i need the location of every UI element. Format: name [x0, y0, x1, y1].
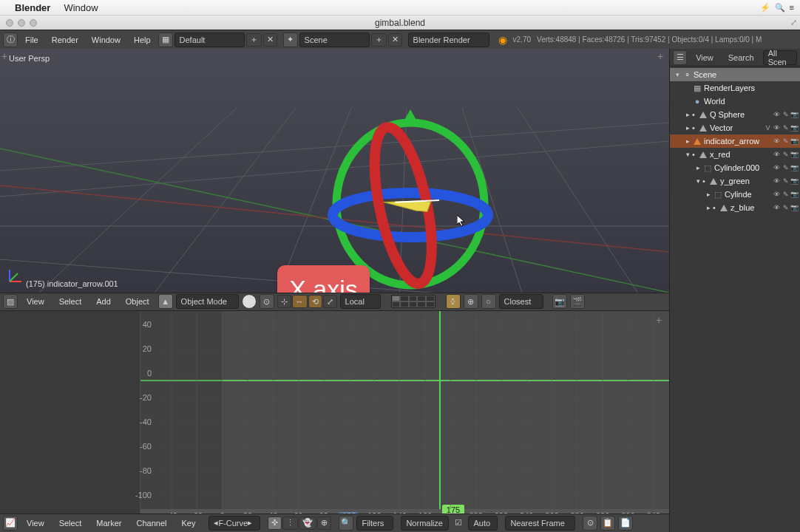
scale-manip-button[interactable]: ⤢ — [323, 295, 337, 308]
outliner-display-dropdown[interactable]: All Scen — [763, 50, 797, 65]
snap-target-dropdown[interactable]: Closest — [499, 294, 543, 309]
graph-marker-menu[interactable]: Marker — [90, 519, 127, 528]
outliner-tree[interactable]: ▾⚬Scene▦RenderLayers●World▸•Q Sphere👁✎📷▸… — [670, 66, 800, 532]
view-menu[interactable]: View — [21, 297, 50, 306]
render-menu[interactable]: Render — [46, 35, 84, 44]
graph-editor[interactable]: + + 40200-20-40-60-80-100 — [0, 311, 669, 514]
mode-icon[interactable]: ▲ — [158, 294, 173, 309]
scene-stats: Verts:48848 | Faces:48726 | Tris:97452 |… — [537, 35, 762, 44]
window-titlebar: gimbal.blend ⤢ — [0, 15, 800, 30]
paste-icon[interactable]: 📄 — [618, 516, 633, 531]
graph-key-menu[interactable]: Key — [175, 519, 201, 528]
outliner-row[interactable]: ▸⬚Cylinde👁✎📷 — [670, 188, 800, 201]
editor-type-outliner-icon[interactable]: ☰ — [673, 50, 687, 65]
window-menu[interactable]: Window — [86, 35, 126, 44]
graph-select-menu[interactable]: Select — [53, 519, 88, 528]
outliner-row[interactable]: ▾•x_red👁✎📷 — [670, 148, 800, 161]
auto-merge-icon[interactable]: ⊕ — [317, 516, 331, 530]
snap-toggle-icon[interactable]: ⧲ — [446, 294, 461, 309]
svg-text:40: 40 — [268, 511, 277, 514]
svg-text:200: 200 — [469, 511, 482, 514]
scene-add-button[interactable]: ＋ — [371, 33, 387, 47]
svg-text:340: 340 — [647, 511, 660, 514]
outliner-view-menu[interactable]: View — [690, 52, 719, 64]
info-header: ⓘ File Render Window Help ▦ Default ＋ ✕ … — [0, 30, 800, 49]
scene-del-button[interactable]: ✕ — [388, 33, 402, 47]
mode-dropdown[interactable]: Object Mode — [176, 294, 239, 309]
min-dot[interactable] — [18, 19, 25, 27]
svg-rect-41 — [140, 311, 222, 514]
add-menu[interactable]: Add — [90, 297, 117, 306]
mac-menubar: Blender Window ⚡ 🔍 ≡ — [0, 0, 800, 15]
auto-toggle[interactable]: Auto — [468, 516, 498, 531]
render-preview-icon[interactable]: 📷 — [552, 294, 567, 309]
outliner-row[interactable]: ▸•VectorV👁✎📷 — [670, 121, 800, 134]
outliner-row[interactable]: ▸⬚Cylinder.000👁✎📷 — [670, 161, 800, 174]
outliner-search-menu[interactable]: Search — [722, 52, 760, 64]
manipulator-toggle[interactable]: ⊹ — [277, 295, 291, 308]
cursor-tool-icon[interactable]: ✜ — [268, 516, 282, 530]
normalize-toggle[interactable]: Normalize — [401, 516, 449, 531]
svg-rect-21 — [0, 311, 140, 514]
outliner-row[interactable]: ▸indicator_arrow👁✎📷 — [670, 134, 800, 148]
svg-text:140: 140 — [393, 511, 407, 514]
outliner-row[interactable]: ▸•Q Sphere👁✎📷 — [670, 108, 800, 121]
layout-browse-icon[interactable]: ▦ — [158, 33, 173, 47]
mac-status-icon[interactable]: ⚡ — [760, 3, 770, 13]
manipulator-group: ⊹ ↔ ⟲ ⤢ — [277, 295, 337, 308]
render-anim-icon[interactable]: 🎬 — [570, 294, 585, 309]
layout-del-button[interactable]: ✕ — [263, 33, 277, 47]
scene-dropdown[interactable]: Scene — [299, 33, 370, 47]
max-dot[interactable] — [30, 19, 37, 27]
close-dot[interactable] — [6, 19, 13, 27]
svg-text:220: 220 — [495, 511, 508, 514]
help-menu[interactable]: Help — [128, 35, 157, 44]
graph-channel-menu[interactable]: Channel — [130, 519, 172, 528]
outliner-row[interactable]: ▦RenderLayers — [670, 81, 800, 95]
editor-type-3d-icon[interactable]: ▨ — [3, 294, 18, 309]
object-menu[interactable]: Object — [120, 297, 155, 306]
mac-menu-blender[interactable]: Blender — [15, 2, 50, 13]
mac-menu-window[interactable]: Window — [64, 2, 98, 13]
layout-add-button[interactable]: ＋ — [246, 33, 262, 47]
editor-type-icon[interactable]: ⓘ — [3, 33, 18, 47]
window-corner-icon[interactable]: ⤢ — [790, 18, 797, 27]
filter-icon[interactable]: 🔍 — [339, 516, 353, 531]
ghost-icon[interactable]: 👻 — [299, 516, 316, 530]
pivot-icon[interactable]: ⊙ — [260, 294, 274, 309]
mac-search-icon[interactable]: 🔍 — [775, 3, 785, 13]
snap-element-icon[interactable]: ⊕ — [464, 294, 478, 309]
proportional-icon[interactable]: ○ — [481, 294, 496, 309]
outliner-panel: ☰ View Search All Scen ▾⚬Scene▦RenderLay… — [669, 49, 800, 532]
outliner-row[interactable]: ▾⚬Scene — [670, 68, 800, 81]
outliner-row[interactable]: ▾•y_green👁✎📷 — [670, 174, 800, 188]
snap-frame-dropdown[interactable]: Nearest Frame — [505, 516, 575, 531]
graph-mode-dropdown[interactable]: ◂ F-Curve ▸ — [209, 516, 260, 531]
layers-grid[interactable] — [391, 295, 435, 308]
shading-icon[interactable] — [242, 294, 257, 309]
select-menu[interactable]: Select — [53, 297, 88, 306]
copy-icon[interactable]: 📋 — [600, 516, 615, 531]
translate-manip-button[interactable]: ↔ — [292, 295, 308, 308]
outliner-row[interactable]: ▸•z_blue👁✎📷 — [670, 201, 800, 214]
mac-menu-icon[interactable]: ≡ — [790, 3, 794, 13]
svg-text:80: 80 — [319, 511, 328, 514]
orientation-dropdown[interactable]: Local — [340, 294, 381, 309]
editor-type-graph-icon[interactable]: 📈 — [3, 516, 18, 531]
axis-gizmo-icon — [7, 267, 24, 284]
3d-viewport[interactable]: + + User Persp — [0, 49, 669, 293]
filters-button[interactable]: Filters — [356, 516, 393, 531]
svg-text:20: 20 — [243, 511, 252, 514]
traffic-lights[interactable] — [6, 19, 37, 27]
screen-layout-dropdown[interactable]: Default — [174, 33, 245, 47]
handles-icon[interactable]: ⋮ — [282, 516, 298, 530]
svg-text:0: 0 — [220, 511, 225, 514]
outliner-row[interactable]: ●World — [670, 95, 800, 108]
render-engine-dropdown[interactable]: Blender Render — [408, 33, 489, 47]
pivot-graph-icon[interactable]: ⊙ — [583, 516, 597, 531]
graph-view-menu[interactable]: View — [21, 519, 50, 528]
svg-line-2 — [0, 123, 669, 171]
file-menu[interactable]: File — [19, 35, 44, 44]
scene-browse-icon[interactable]: ✦ — [283, 33, 298, 47]
rotate-manip-button[interactable]: ⟲ — [308, 295, 322, 308]
